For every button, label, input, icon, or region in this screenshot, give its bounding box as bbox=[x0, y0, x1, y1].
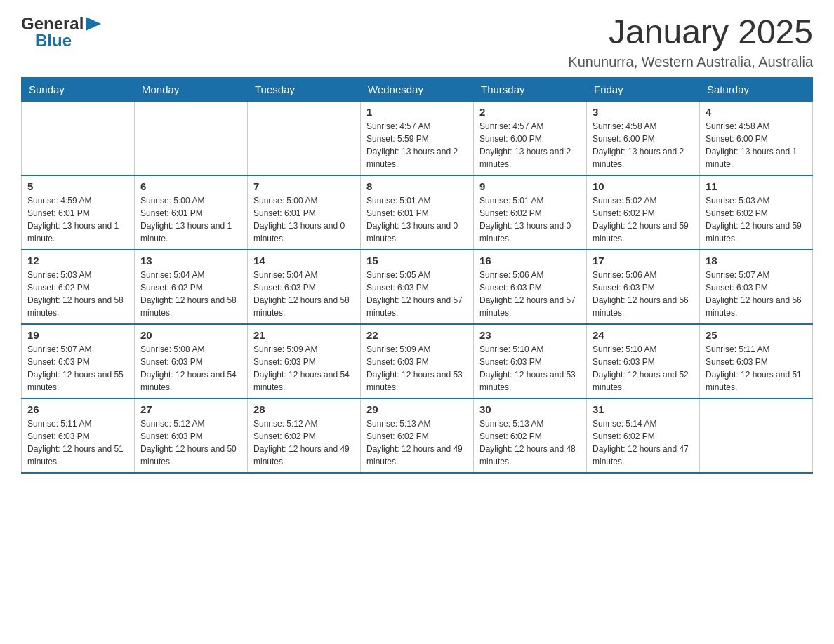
day-info: Sunrise: 5:12 AMSunset: 6:02 PMDaylight:… bbox=[253, 417, 355, 468]
calendar-header-wednesday: Wednesday bbox=[361, 77, 474, 101]
day-number: 6 bbox=[140, 180, 241, 192]
day-info: Sunrise: 4:57 AMSunset: 5:59 PMDaylight:… bbox=[366, 120, 468, 170]
day-number: 14 bbox=[253, 255, 355, 267]
day-info: Sunrise: 5:04 AMSunset: 6:02 PMDaylight:… bbox=[140, 269, 241, 319]
calendar-cell: 21Sunrise: 5:09 AMSunset: 6:03 PMDayligh… bbox=[248, 324, 361, 398]
day-number: 4 bbox=[706, 106, 807, 118]
calendar-header-monday: Monday bbox=[135, 77, 248, 101]
day-info: Sunrise: 5:10 AMSunset: 6:03 PMDaylight:… bbox=[479, 343, 581, 394]
day-info: Sunrise: 5:12 AMSunset: 6:03 PMDaylight:… bbox=[140, 417, 241, 468]
calendar-week-5: 26Sunrise: 5:11 AMSunset: 6:03 PMDayligh… bbox=[22, 398, 813, 473]
calendar-cell: 23Sunrise: 5:10 AMSunset: 6:03 PMDayligh… bbox=[474, 324, 587, 398]
calendar-cell: 7Sunrise: 5:00 AMSunset: 6:01 PMDaylight… bbox=[248, 175, 361, 250]
day-info: Sunrise: 5:06 AMSunset: 6:03 PMDaylight:… bbox=[479, 269, 581, 319]
day-info: Sunrise: 4:58 AMSunset: 6:00 PMDaylight:… bbox=[593, 120, 694, 170]
day-number: 10 bbox=[593, 180, 694, 192]
calendar-cell bbox=[700, 398, 813, 473]
calendar-header-friday: Friday bbox=[587, 77, 700, 101]
calendar-week-4: 19Sunrise: 5:07 AMSunset: 6:03 PMDayligh… bbox=[22, 324, 813, 398]
logo-triangle-icon bbox=[86, 17, 101, 32]
calendar-cell: 29Sunrise: 5:13 AMSunset: 6:02 PMDayligh… bbox=[361, 398, 474, 473]
day-info: Sunrise: 4:57 AMSunset: 6:00 PMDaylight:… bbox=[479, 120, 581, 170]
calendar-week-1: 1Sunrise: 4:57 AMSunset: 5:59 PMDaylight… bbox=[22, 101, 813, 175]
calendar-cell: 2Sunrise: 4:57 AMSunset: 6:00 PMDaylight… bbox=[474, 101, 587, 175]
calendar-cell: 30Sunrise: 5:13 AMSunset: 6:02 PMDayligh… bbox=[474, 398, 587, 473]
day-number: 8 bbox=[366, 180, 468, 192]
calendar-cell: 1Sunrise: 4:57 AMSunset: 5:59 PMDaylight… bbox=[361, 101, 474, 175]
calendar-cell: 6Sunrise: 5:00 AMSunset: 6:01 PMDaylight… bbox=[135, 175, 248, 250]
logo: General Blue bbox=[21, 14, 101, 51]
day-info: Sunrise: 5:03 AMSunset: 6:02 PMDaylight:… bbox=[706, 194, 807, 245]
calendar-table: SundayMondayTuesdayWednesdayThursdayFrid… bbox=[21, 77, 813, 474]
day-info: Sunrise: 5:13 AMSunset: 6:02 PMDaylight:… bbox=[479, 417, 581, 468]
day-number: 29 bbox=[366, 403, 468, 415]
calendar-cell: 14Sunrise: 5:04 AMSunset: 6:03 PMDayligh… bbox=[248, 250, 361, 324]
day-info: Sunrise: 4:59 AMSunset: 6:01 PMDaylight:… bbox=[27, 194, 128, 245]
calendar-cell: 22Sunrise: 5:09 AMSunset: 6:03 PMDayligh… bbox=[361, 324, 474, 398]
calendar-cell: 19Sunrise: 5:07 AMSunset: 6:03 PMDayligh… bbox=[22, 324, 135, 398]
day-number: 26 bbox=[27, 403, 128, 415]
day-number: 11 bbox=[706, 180, 807, 192]
day-info: Sunrise: 5:09 AMSunset: 6:03 PMDaylight:… bbox=[253, 343, 355, 394]
day-number: 21 bbox=[253, 329, 355, 341]
day-info: Sunrise: 5:06 AMSunset: 6:03 PMDaylight:… bbox=[593, 269, 694, 319]
day-info: Sunrise: 5:08 AMSunset: 6:03 PMDaylight:… bbox=[140, 343, 241, 394]
day-number: 2 bbox=[479, 106, 581, 118]
day-info: Sunrise: 5:05 AMSunset: 6:03 PMDaylight:… bbox=[366, 269, 468, 319]
day-info: Sunrise: 5:04 AMSunset: 6:03 PMDaylight:… bbox=[253, 269, 355, 319]
day-number: 7 bbox=[253, 180, 355, 192]
calendar-cell: 17Sunrise: 5:06 AMSunset: 6:03 PMDayligh… bbox=[587, 250, 700, 324]
svg-marker-0 bbox=[86, 17, 101, 31]
title-section: January 2025 Kununurra, Western Australi… bbox=[568, 14, 813, 70]
calendar-cell: 11Sunrise: 5:03 AMSunset: 6:02 PMDayligh… bbox=[700, 175, 813, 250]
day-number: 18 bbox=[706, 255, 807, 267]
day-info: Sunrise: 4:58 AMSunset: 6:00 PMDaylight:… bbox=[706, 120, 807, 170]
day-number: 23 bbox=[479, 329, 581, 341]
day-info: Sunrise: 5:14 AMSunset: 6:02 PMDaylight:… bbox=[593, 417, 694, 468]
day-number: 31 bbox=[593, 403, 694, 415]
day-info: Sunrise: 5:01 AMSunset: 6:02 PMDaylight:… bbox=[479, 194, 581, 245]
page-header: General Blue January 2025 Kununurra, Wes… bbox=[21, 14, 813, 70]
day-number: 13 bbox=[140, 255, 241, 267]
day-info: Sunrise: 5:07 AMSunset: 6:03 PMDaylight:… bbox=[27, 343, 128, 394]
calendar-header-sunday: Sunday bbox=[22, 77, 135, 101]
day-number: 19 bbox=[27, 329, 128, 341]
day-number: 5 bbox=[27, 180, 128, 192]
day-info: Sunrise: 5:11 AMSunset: 6:03 PMDaylight:… bbox=[27, 417, 128, 468]
calendar-cell: 31Sunrise: 5:14 AMSunset: 6:02 PMDayligh… bbox=[587, 398, 700, 473]
calendar-cell: 24Sunrise: 5:10 AMSunset: 6:03 PMDayligh… bbox=[587, 324, 700, 398]
day-info: Sunrise: 5:00 AMSunset: 6:01 PMDaylight:… bbox=[253, 194, 355, 245]
day-info: Sunrise: 5:02 AMSunset: 6:02 PMDaylight:… bbox=[593, 194, 694, 245]
day-number: 25 bbox=[706, 329, 807, 341]
day-number: 20 bbox=[140, 329, 241, 341]
calendar-cell: 12Sunrise: 5:03 AMSunset: 6:02 PMDayligh… bbox=[22, 250, 135, 324]
day-number: 1 bbox=[366, 106, 468, 118]
main-title: January 2025 bbox=[568, 14, 813, 51]
calendar-cell: 4Sunrise: 4:58 AMSunset: 6:00 PMDaylight… bbox=[700, 101, 813, 175]
logo-blue-text: Blue bbox=[35, 31, 72, 51]
day-info: Sunrise: 5:11 AMSunset: 6:03 PMDaylight:… bbox=[706, 343, 807, 394]
calendar-cell: 5Sunrise: 4:59 AMSunset: 6:01 PMDaylight… bbox=[22, 175, 135, 250]
day-number: 9 bbox=[479, 180, 581, 192]
calendar-header-tuesday: Tuesday bbox=[248, 77, 361, 101]
day-number: 17 bbox=[593, 255, 694, 267]
calendar-header-thursday: Thursday bbox=[474, 77, 587, 101]
calendar-cell: 10Sunrise: 5:02 AMSunset: 6:02 PMDayligh… bbox=[587, 175, 700, 250]
calendar-cell: 9Sunrise: 5:01 AMSunset: 6:02 PMDaylight… bbox=[474, 175, 587, 250]
day-number: 12 bbox=[27, 255, 128, 267]
day-number: 30 bbox=[479, 403, 581, 415]
calendar-cell: 8Sunrise: 5:01 AMSunset: 6:01 PMDaylight… bbox=[361, 175, 474, 250]
day-info: Sunrise: 5:09 AMSunset: 6:03 PMDaylight:… bbox=[366, 343, 468, 394]
calendar-cell: 18Sunrise: 5:07 AMSunset: 6:03 PMDayligh… bbox=[700, 250, 813, 324]
calendar-cell: 26Sunrise: 5:11 AMSunset: 6:03 PMDayligh… bbox=[22, 398, 135, 473]
day-number: 16 bbox=[479, 255, 581, 267]
day-number: 22 bbox=[366, 329, 468, 341]
day-info: Sunrise: 5:01 AMSunset: 6:01 PMDaylight:… bbox=[366, 194, 468, 245]
calendar-cell: 28Sunrise: 5:12 AMSunset: 6:02 PMDayligh… bbox=[248, 398, 361, 473]
calendar-cell: 13Sunrise: 5:04 AMSunset: 6:02 PMDayligh… bbox=[135, 250, 248, 324]
calendar-cell: 27Sunrise: 5:12 AMSunset: 6:03 PMDayligh… bbox=[135, 398, 248, 473]
day-info: Sunrise: 5:03 AMSunset: 6:02 PMDaylight:… bbox=[27, 269, 128, 319]
day-number: 28 bbox=[253, 403, 355, 415]
calendar-cell bbox=[248, 101, 361, 175]
day-number: 24 bbox=[593, 329, 694, 341]
